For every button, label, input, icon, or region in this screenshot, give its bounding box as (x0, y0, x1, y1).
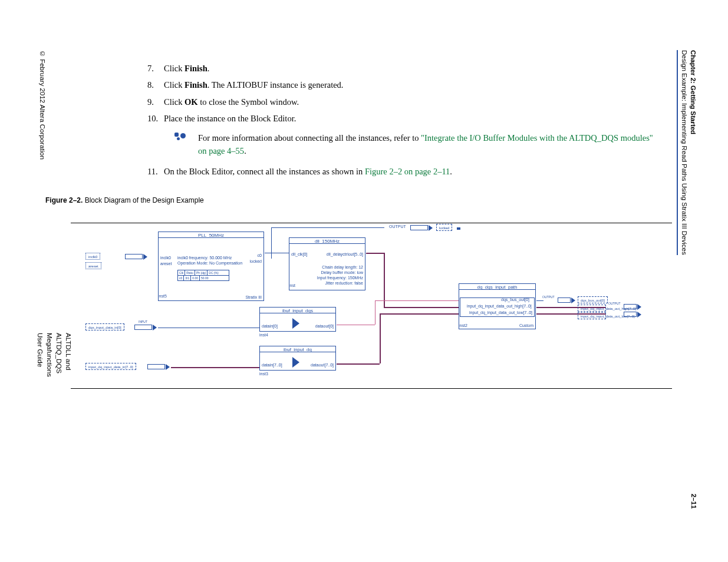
pin-dqs-in: dqs_input_data_in[0] (85, 323, 124, 330)
reference-icon (173, 133, 187, 141)
step-8: 8.Click Finish. The ALTIOBUF instance is… (147, 78, 654, 91)
page-number: 2–11 (690, 494, 697, 509)
block-diagram: inclk0 areset PLL_50MHz inclk0 areset in… (71, 223, 672, 389)
xref-figure-2-2[interactable]: Figure 2–2 on page 2–11 (365, 167, 450, 176)
io-symbol (125, 254, 143, 259)
block-pll: PLL_50MHz inclk0 areset inclk0 frequency… (158, 232, 264, 301)
doc-title-footer: ALTDLL and ALTDQ_DQS Megafunctions User … (35, 333, 73, 377)
out-locked: locked (436, 224, 452, 231)
out-dq-high: input_dq_input_data_out_high[7..0] (578, 305, 606, 312)
right-margin-header: Chapter 2: Getting Started Design Exampl… (677, 50, 697, 255)
step-9: 9.Click OK to close the Symbol window. (147, 95, 654, 108)
out-dq-low: input_dq_input_data_out_low[7..0] (578, 312, 606, 319)
pin-inclk0: inclk0 (85, 253, 100, 260)
pin-dq-in: input_dq_input_data_in[7..0] (85, 363, 136, 370)
reference-note: For more information about connecting al… (147, 131, 654, 158)
step-11: 11.On the Block Editor, connect all the … (147, 165, 654, 178)
figure-caption: Figure 2–2. Block Diagram of the Design … (45, 196, 204, 204)
step-7: 7.Click Finish. (147, 62, 654, 75)
copyright-text: © February 2012 Altera Corporation (39, 50, 46, 160)
body-content: 7.Click Finish. 8.Click Finish. The ALTI… (147, 62, 654, 181)
pin-areset: areset (85, 262, 101, 269)
block-ibuf-dq: ibuf_input_dq datain[7..0] dataout[7..0] (259, 346, 336, 371)
block-ibuf-dqs: ibuf_input_dqs datain[0] dataout[0] (259, 307, 336, 332)
left-margin: © February 2012 Altera Corporation ALTDL… (35, 50, 47, 160)
chapter-subtitle: Design Example: Implementing Read Paths … (681, 50, 688, 255)
step-10: 10.Place the instance on the Block Edito… (147, 112, 654, 125)
block-dll: dll_150MHz dll_clk[0] dll_delayctrlout[5… (289, 237, 365, 290)
out-dqs-bus: dqs_bus_out[0] (578, 296, 608, 303)
chapter-label: Chapter 2: Getting Started (689, 50, 697, 255)
